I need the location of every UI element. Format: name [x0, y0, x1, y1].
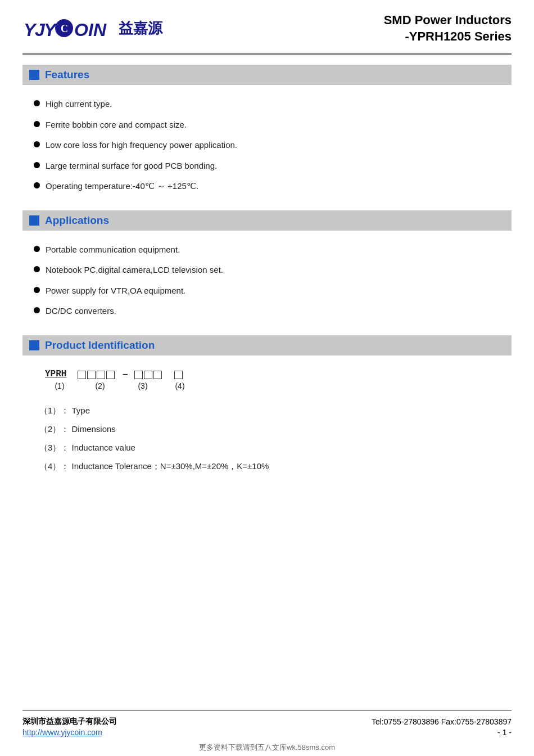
list-item: Power supply for VTR,OA equipment. [22, 281, 512, 302]
footer-contact: Tel:0755-27803896 Fax:0755-27803897 [372, 717, 512, 726]
svg-text:N: N [93, 20, 107, 40]
logo-cn-text: 益嘉源 [119, 19, 162, 38]
header: Y J Y C O I N 益嘉源 [22, 0, 512, 55]
header-title-line1: SMD Power Inductors -YPRH1205 Series [384, 12, 512, 44]
product-id-details: （1）： Type （2）： Dimensions （3）： Inductanc… [22, 394, 512, 483]
list-item: Large terminal surface for good PCB bond… [22, 156, 512, 177]
detail-3: （3）： Inductance value [39, 440, 495, 455]
footer-watermark: 更多资料下载请到五八文库wk.58sms.com [22, 738, 512, 754]
diagram-label-1: (1) [45, 381, 74, 390]
diagram-label-4: (4) [170, 381, 190, 390]
diagram-boxes-group2 [134, 371, 162, 379]
bullet-dot [34, 100, 40, 106]
bullet-dot [34, 246, 40, 252]
list-item: High current type. [22, 94, 512, 115]
features-icon [29, 70, 39, 80]
diagram-dash: － [120, 370, 130, 379]
diagram-box [106, 371, 115, 379]
diagram-boxes-group1 [78, 371, 115, 379]
diagram-box [153, 371, 162, 379]
logo-image: Y J Y C O I N [22, 16, 110, 42]
diagram-labels-row: (1) (2) (3) (4) [39, 381, 495, 390]
footer-row2: http://www.yjycoin.com - 1 - [22, 728, 512, 737]
bullet-dot [34, 141, 40, 147]
diagram-box [78, 371, 86, 379]
footer-company: 深圳市益嘉源电子有限公司 [22, 717, 117, 727]
svg-text:O: O [74, 20, 88, 40]
list-item: Operating temperature:-40℃ ～ +125℃. [22, 176, 512, 197]
logo-svg: Y J Y C O I N [22, 16, 110, 42]
features-section-header: Features [22, 65, 512, 85]
list-item: Ferrite bobbin core and compact size. [22, 115, 512, 136]
detail-2: （2）： Dimensions [39, 421, 495, 436]
svg-text:C: C [61, 23, 68, 34]
footer-url[interactable]: http://www.yjycoin.com [22, 728, 102, 737]
product-id-title: Product Identification [45, 339, 155, 352]
applications-list: Portable communication equipment. Notebo… [22, 236, 512, 325]
detail-1: （1）： Type [39, 403, 495, 418]
logo-area: Y J Y C O I N 益嘉源 [22, 16, 162, 42]
applications-icon [29, 215, 39, 226]
list-item: DC/DC converters. [22, 301, 512, 322]
product-id-section-header: Product Identification [22, 335, 512, 356]
product-id-icon [29, 340, 39, 350]
bullet-dot [34, 182, 40, 188]
detail-4: （4）： Inductance Tolerance；N=±30%,M=±20%，… [39, 458, 495, 474]
list-item: Low core loss for high frequency power a… [22, 135, 512, 156]
bullet-dot [34, 162, 40, 168]
product-id-diagram: YPRH － [22, 361, 512, 394]
main-content: Features High current type. Ferrite bobb… [22, 55, 512, 710]
bullet-dot [34, 266, 40, 272]
applications-title: Applications [45, 214, 109, 227]
diagram-box [144, 371, 152, 379]
diagram-single-box [174, 371, 183, 379]
bullet-dot [34, 287, 40, 293]
footer-page: - 1 - [497, 728, 512, 737]
diagram-label-3: (3) [123, 381, 163, 390]
list-item: Notebook PC,digital camera,LCD televisio… [22, 260, 512, 281]
bullet-dot [34, 121, 40, 127]
applications-section-header: Applications [22, 210, 512, 231]
header-title: SMD Power Inductors -YPRH1205 Series [384, 12, 512, 44]
diagram-box [97, 371, 105, 379]
diagram-label-2: (2) [79, 381, 121, 390]
diagram-yprh: YPRH [45, 369, 66, 379]
list-item: Portable communication equipment. [22, 240, 512, 260]
features-list: High current type. Ferrite bobbin core a… [22, 91, 512, 200]
footer-row1: 深圳市益嘉源电子有限公司 Tel:0755-27803896 Fax:0755-… [22, 717, 512, 727]
page-wrapper: Y J Y C O I N 益嘉源 [0, 0, 534, 756]
footer: 深圳市益嘉源电子有限公司 Tel:0755-27803896 Fax:0755-… [22, 710, 512, 756]
bullet-dot [34, 307, 40, 313]
diagram-box [134, 371, 143, 379]
diagram-box [87, 371, 96, 379]
features-title: Features [45, 69, 89, 81]
